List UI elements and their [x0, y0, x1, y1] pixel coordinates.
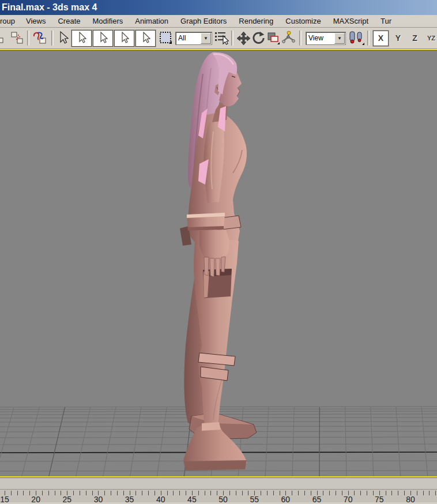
select-mode-button-3[interactable]	[114, 30, 134, 47]
select-object-button[interactable]	[56, 29, 71, 47]
axis-z-button[interactable]: Z	[408, 31, 422, 46]
clipped-toolbar-icon[interactable]	[0, 29, 10, 47]
frame-label: 40	[156, 495, 165, 502]
frame-tick	[236, 491, 236, 495]
frame-tick	[292, 491, 292, 495]
select-and-link-button[interactable]	[10, 29, 25, 47]
use-pivot-center-button[interactable]	[348, 29, 365, 47]
frame-label: 60	[281, 495, 291, 502]
menu-maxscript[interactable]: MAXScript	[333, 17, 368, 25]
frame-tick	[48, 491, 49, 495]
frame-label: 20	[31, 495, 40, 502]
select-and-manipulate-button[interactable]	[281, 29, 297, 47]
link-icon	[10, 31, 25, 45]
frame-tick	[17, 491, 18, 495]
time-ruler[interactable]: 1520253035404550556065707580	[0, 489, 437, 502]
select-mode-button-1[interactable]	[71, 30, 92, 47]
bind-to-spacewarp-button[interactable]	[32, 29, 49, 47]
frame-tick	[86, 491, 86, 495]
manipulate-icon	[281, 31, 297, 46]
frame-tick	[155, 491, 155, 495]
toolbar-separator	[51, 31, 54, 46]
frame-tick	[429, 491, 430, 495]
axis-yz-button[interactable]: YZ	[424, 31, 437, 46]
frame-tick	[148, 491, 149, 495]
menu-customize[interactable]: Customize	[285, 17, 321, 25]
frame-tick	[267, 491, 268, 495]
frame-tick	[323, 491, 323, 495]
frame-tick	[80, 491, 80, 495]
frame-tick	[11, 491, 12, 495]
frame-tick	[186, 491, 186, 495]
frame-tick	[367, 491, 367, 495]
cursor-icon	[98, 32, 108, 44]
cursor-icon	[119, 32, 130, 44]
selection-filter-dropdown[interactable]: All ▼	[175, 32, 212, 45]
coordinate-system-dropdown[interactable]: View ▼	[306, 32, 346, 45]
toolbar-separator	[231, 31, 233, 46]
select-mode-button-4[interactable]	[135, 30, 156, 47]
frame-tick	[123, 491, 124, 495]
chevron-down-icon[interactable]: ▼	[334, 33, 345, 44]
frame-tick	[61, 491, 61, 495]
select-mode-button-2[interactable]	[93, 30, 113, 47]
menu-animation[interactable]: Animation	[135, 17, 168, 25]
frame-label: 45	[187, 495, 197, 502]
frame-tick	[373, 491, 374, 495]
frame-label: 35	[125, 495, 134, 502]
select-and-scale-button[interactable]	[266, 29, 281, 47]
window-titlebar[interactable]: Final.max - 3ds max 4	[0, 0, 437, 15]
cursor-icon	[77, 32, 87, 44]
frame-tick	[354, 491, 355, 495]
frame-tick	[179, 491, 180, 495]
select-by-name-icon	[214, 31, 229, 46]
toolbar-separator	[27, 31, 29, 46]
frame-tick	[261, 491, 261, 495]
frame-tick	[217, 491, 217, 495]
frame-tick	[273, 491, 274, 495]
viewport-scene	[0, 51, 437, 476]
move-icon	[236, 31, 251, 46]
coordinate-system-value: View	[306, 34, 334, 42]
select-and-rotate-button[interactable]	[251, 29, 266, 47]
selection-filter-value: All	[176, 34, 200, 42]
frame-label: 50	[218, 495, 228, 502]
frame-tick	[104, 491, 105, 495]
track-bar[interactable]	[0, 477, 437, 489]
window-title: Final.max - 3ds max 4	[0, 2, 97, 13]
frame-tick	[280, 491, 280, 495]
axis-y-button[interactable]: Y	[391, 31, 405, 46]
menu-graph-editors[interactable]: Graph Editors	[180, 17, 227, 25]
menu-modifiers[interactable]: Modifiers	[93, 17, 123, 25]
select-by-name-button[interactable]	[214, 29, 229, 47]
frame-tick	[135, 491, 136, 495]
viewport-canvas[interactable]	[0, 51, 437, 476]
frame-tick	[29, 491, 30, 495]
frame-tick	[329, 491, 330, 495]
frame-tick	[417, 491, 417, 495]
frame-label: 25	[63, 495, 72, 502]
chevron-down-icon[interactable]: ▼	[201, 33, 211, 44]
menu-tutorials[interactable]: Tur	[381, 17, 391, 25]
frame-tick	[386, 491, 386, 495]
frame-tick	[205, 491, 205, 495]
menu-create[interactable]: Create	[58, 17, 80, 25]
frame-tick	[173, 491, 174, 495]
axis-x-button[interactable]: X	[373, 31, 389, 46]
frame-tick	[336, 491, 336, 495]
frame-tick	[198, 491, 199, 495]
bind-spacewarp-icon	[32, 31, 49, 46]
menu-views[interactable]: Views	[26, 17, 46, 25]
rect-selection-region-button[interactable]	[159, 29, 174, 47]
scale-icon	[266, 31, 281, 46]
menu-group[interactable]: roup	[0, 17, 15, 25]
select-and-move-button[interactable]	[236, 29, 251, 47]
frame-tick	[92, 491, 93, 495]
link-partial-icon	[0, 32, 9, 44]
frame-tick	[311, 491, 311, 495]
menu-rendering[interactable]: Rendering	[239, 17, 273, 25]
frame-tick	[229, 491, 230, 495]
frame-label: 75	[375, 495, 384, 502]
frame-label: 15	[0, 495, 9, 502]
cursor-icon	[141, 32, 151, 44]
